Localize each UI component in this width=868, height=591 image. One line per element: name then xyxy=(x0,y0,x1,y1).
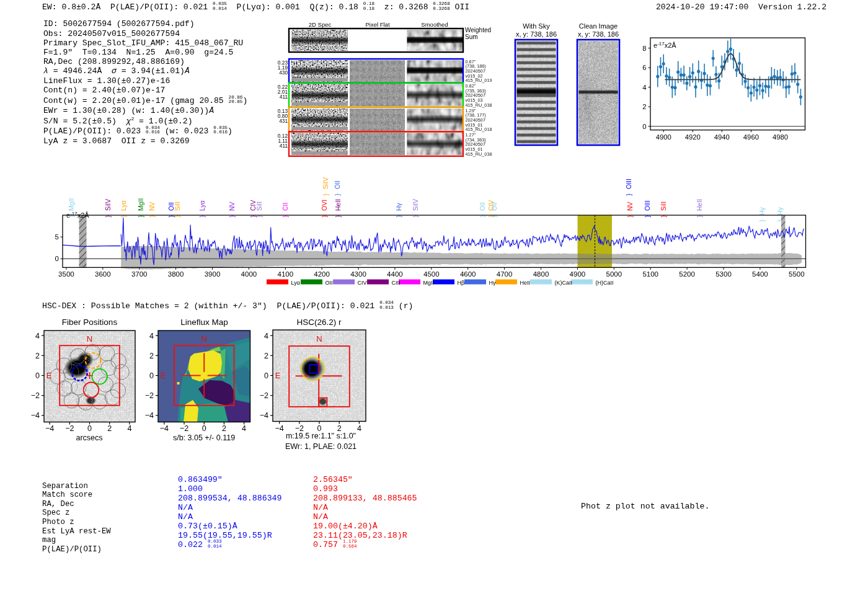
svg-text:SiIV: SiIV xyxy=(412,199,419,211)
svg-text:Lyα: Lyα xyxy=(120,200,127,211)
svg-text:MgII: MgII xyxy=(137,198,144,211)
svg-text:4: 4 xyxy=(642,84,646,91)
svg-text:4400: 4400 xyxy=(387,270,403,278)
svg-text:HeII: HeII xyxy=(334,199,342,211)
svg-text:4800: 4800 xyxy=(533,270,549,278)
svg-text:OII: OII xyxy=(334,180,341,189)
svg-text:4960: 4960 xyxy=(743,133,759,141)
svg-text:3800: 3800 xyxy=(168,270,184,278)
svg-text:HeII: HeII xyxy=(696,199,703,211)
svg-text:MgII: MgII xyxy=(68,198,75,211)
svg-text:NV: NV xyxy=(626,202,634,211)
svg-text:OIII: OIII xyxy=(625,179,632,189)
svg-text:SiII: SiII xyxy=(660,202,667,211)
svg-text:CIV: CIV xyxy=(358,280,367,286)
svg-text:5100: 5100 xyxy=(642,270,658,278)
svg-text:HeII: HeII xyxy=(520,280,531,286)
svg-text:SiII: SiII xyxy=(174,202,181,211)
svg-text:OII: OII xyxy=(326,280,333,286)
svg-text:NV: NV xyxy=(228,202,236,211)
svg-text:4700: 4700 xyxy=(497,270,513,278)
svg-text:Hβ: Hβ xyxy=(458,280,465,286)
svg-text:Hγ: Hγ xyxy=(758,207,766,215)
svg-text:5000: 5000 xyxy=(606,270,622,278)
svg-text:(K)CaII: (K)CaII xyxy=(555,280,573,286)
svg-text:Hγ: Hγ xyxy=(395,202,402,211)
svg-text:Lyα: Lyα xyxy=(291,280,300,286)
svg-text:4900: 4900 xyxy=(570,270,586,278)
svg-text:e-17x2Å: e-17x2Å xyxy=(66,211,89,219)
svg-text:NV: NV xyxy=(148,202,156,211)
svg-text:4920: 4920 xyxy=(685,133,701,141)
svg-text:}: } xyxy=(322,193,329,196)
svg-text:Hγ: Hγ xyxy=(776,207,784,215)
svg-text:5200: 5200 xyxy=(679,270,695,278)
svg-text:MgII: MgII xyxy=(423,280,435,286)
svg-text:SiIV: SiIV xyxy=(322,177,329,189)
svg-text:SiII: SiII xyxy=(255,202,263,211)
svg-text:3900: 3900 xyxy=(205,270,221,278)
svg-text:OII: OII xyxy=(479,202,486,211)
svg-text:}: } xyxy=(334,193,341,196)
svg-text:5500: 5500 xyxy=(789,270,805,278)
svg-text:6: 6 xyxy=(642,64,646,71)
svg-text:OII: OII xyxy=(490,202,498,211)
svg-text:5300: 5300 xyxy=(715,270,732,278)
svg-text:SiIV: SiIV xyxy=(104,199,112,211)
svg-text:OVI: OVI xyxy=(321,200,328,211)
svg-text:4100: 4100 xyxy=(278,270,294,278)
svg-text:OIII: OIII xyxy=(644,200,651,211)
svg-text:3700: 3700 xyxy=(131,270,148,278)
svg-text:}: } xyxy=(626,193,632,196)
svg-text:4000: 4000 xyxy=(241,270,257,278)
svg-text:3600: 3600 xyxy=(95,270,111,278)
svg-text:4300: 4300 xyxy=(350,270,366,278)
svg-text:}: } xyxy=(759,220,766,222)
svg-text:(H)CaII: (H)CaII xyxy=(596,280,614,286)
svg-text:e-17x2Å: e-17x2Å xyxy=(653,41,676,49)
svg-text:4600: 4600 xyxy=(460,270,476,278)
svg-text:4500: 4500 xyxy=(423,270,440,278)
svg-text:Lyα: Lyα xyxy=(198,200,206,211)
svg-text:2: 2 xyxy=(642,103,646,110)
svg-text:4900: 4900 xyxy=(656,133,671,141)
svg-text:CII: CII xyxy=(281,203,289,211)
svg-text:CIII: CIII xyxy=(392,280,401,286)
svg-text:4940: 4940 xyxy=(714,133,730,141)
svg-text:5: 5 xyxy=(55,233,59,241)
svg-text:5400: 5400 xyxy=(752,270,768,278)
svg-text:0: 0 xyxy=(55,255,59,262)
svg-text:8: 8 xyxy=(642,45,646,52)
svg-text:Hγ: Hγ xyxy=(489,280,496,286)
svg-text:0: 0 xyxy=(642,123,646,130)
svg-text:3500: 3500 xyxy=(58,270,74,278)
svg-text:4980: 4980 xyxy=(773,133,788,141)
svg-text:4200: 4200 xyxy=(314,270,330,278)
